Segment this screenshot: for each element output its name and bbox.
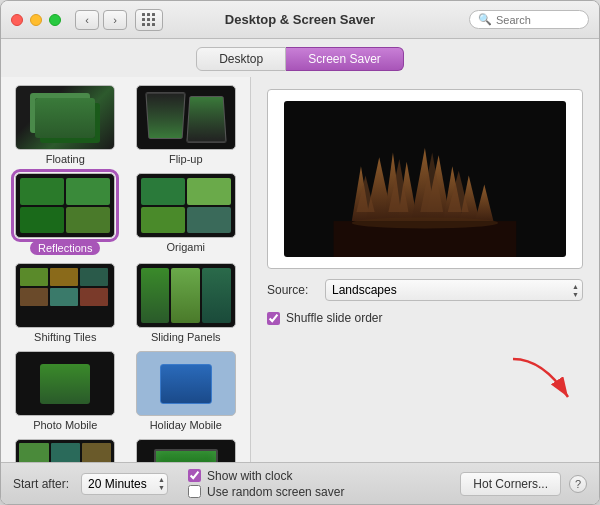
back-button[interactable]: ‹ [75, 10, 99, 30]
hot-corners-button[interactable]: Hot Corners... [460, 472, 561, 496]
screensaver-list: Floating Flip-up Reflections [1, 77, 251, 462]
bottom-bar: Start after: 1 Minute 2 Minutes 5 Minute… [1, 462, 599, 504]
bottom-checkboxes: Show with clock Use random screen saver [188, 469, 344, 499]
show-clock-row: Show with clock [188, 469, 344, 483]
show-clock-checkbox[interactable] [188, 469, 201, 482]
window-title: Desktop & Screen Saver [225, 12, 375, 27]
saver-label-reflections: Reflections [30, 241, 100, 255]
svg-marker-9 [475, 184, 493, 221]
help-button[interactable]: ? [569, 475, 587, 493]
preview-inner [284, 101, 567, 258]
search-icon: 🔍 [478, 13, 492, 26]
svg-point-14 [352, 217, 498, 228]
rock-formation [326, 148, 524, 258]
saver-label-sliding-panels: Sliding Panels [151, 331, 221, 343]
random-saver-checkbox[interactable] [188, 485, 201, 498]
tab-screen-saver[interactable]: Screen Saver [286, 47, 404, 71]
arrow-annotation [503, 349, 583, 412]
saver-grid: Floating Flip-up Reflections [9, 85, 242, 462]
grid-icon [142, 13, 156, 27]
bottom-right: Hot Corners... ? [460, 472, 587, 496]
saver-thumb-sliding [136, 263, 236, 328]
source-select-wrapper: Landscapes National Geographic Plants Cu… [325, 279, 583, 301]
saver-thumb-photo-wall [15, 439, 115, 462]
grid-view-button[interactable] [135, 9, 163, 31]
title-bar: ‹ › Desktop & Screen Saver 🔍 [1, 1, 599, 39]
saver-item-floating[interactable]: Floating [9, 85, 122, 165]
saver-label-flipup: Flip-up [169, 153, 203, 165]
app-window: ‹ › Desktop & Screen Saver 🔍 Desktop Scr… [0, 0, 600, 505]
shuffle-label: Shuffle slide order [286, 311, 383, 325]
saver-label-shifting-tiles: Shifting Tiles [34, 331, 96, 343]
saver-item-photo-mobile[interactable]: Photo Mobile [9, 351, 122, 431]
saver-item-reflections[interactable]: Reflections [9, 173, 122, 255]
source-select[interactable]: Landscapes National Geographic Plants Cu… [325, 279, 583, 301]
minimize-button[interactable] [30, 14, 42, 26]
tab-desktop[interactable]: Desktop [196, 47, 286, 71]
saver-item-flipup[interactable]: Flip-up [130, 85, 243, 165]
source-label: Source: [267, 283, 317, 297]
preview-area [267, 89, 583, 269]
nav-buttons: ‹ › [75, 10, 127, 30]
saver-thumb-reflections [15, 173, 115, 238]
start-after-select[interactable]: 1 Minute 2 Minutes 5 Minutes 10 Minutes … [81, 473, 168, 495]
tab-bar: Desktop Screen Saver [1, 39, 599, 77]
shuffle-row: Shuffle slide order [267, 311, 583, 325]
source-row: Source: Landscapes National Geographic P… [267, 279, 583, 301]
search-box[interactable]: 🔍 [469, 10, 589, 29]
start-after-wrapper: 1 Minute 2 Minutes 5 Minutes 10 Minutes … [81, 473, 168, 495]
main-content: Floating Flip-up Reflections [1, 77, 599, 462]
saver-label-holiday-mobile: Holiday Mobile [150, 419, 222, 431]
random-saver-row: Use random screen saver [188, 485, 344, 499]
random-saver-label: Use random screen saver [207, 485, 344, 499]
saver-item-vintage-prints[interactable]: Vintage Prints [130, 439, 243, 462]
close-button[interactable] [11, 14, 23, 26]
saver-thumb-shifting [15, 263, 115, 328]
show-clock-label: Show with clock [207, 469, 292, 483]
saver-item-shifting-tiles[interactable]: Shifting Tiles [9, 263, 122, 343]
right-panel: Source: Landscapes National Geographic P… [251, 77, 599, 462]
saver-label-photo-mobile: Photo Mobile [33, 419, 97, 431]
saver-thumb-photo-mobile [15, 351, 115, 416]
maximize-button[interactable] [49, 14, 61, 26]
saver-thumb-holiday-mobile [136, 351, 236, 416]
saver-label-origami: Origami [166, 241, 205, 253]
saver-item-photo-wall[interactable]: Photo Wall [9, 439, 122, 462]
shuffle-checkbox[interactable] [267, 312, 280, 325]
forward-button[interactable]: › [103, 10, 127, 30]
saver-thumb-floating [15, 85, 115, 150]
traffic-lights [11, 14, 61, 26]
saver-item-holiday-mobile[interactable]: Holiday Mobile [130, 351, 243, 431]
saver-item-sliding-panels[interactable]: Sliding Panels [130, 263, 243, 343]
saver-thumb-vintage [136, 439, 236, 462]
search-input[interactable] [496, 14, 580, 26]
start-after-label: Start after: [13, 477, 69, 491]
saver-thumb-origami [136, 173, 236, 238]
landscape-preview [284, 101, 567, 258]
saver-thumb-flipup [136, 85, 236, 150]
saver-label-floating: Floating [46, 153, 85, 165]
saver-item-origami[interactable]: Origami [130, 173, 243, 255]
